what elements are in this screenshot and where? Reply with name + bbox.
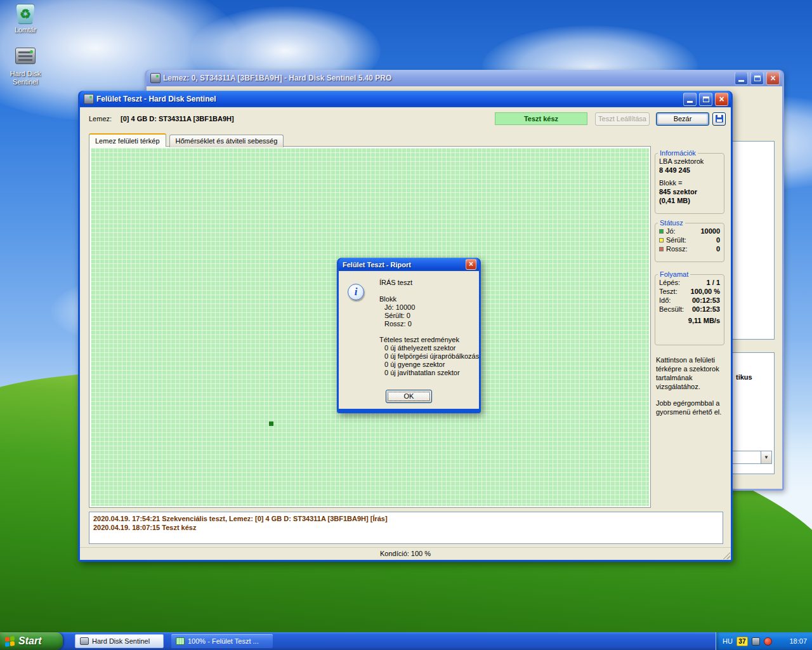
test-label: Teszt: <box>659 288 691 295</box>
good-label: Jó: <box>666 227 700 235</box>
bad-color-swatch <box>659 247 664 251</box>
app-icon <box>150 73 160 83</box>
estimate-value: 00:12:53 <box>692 305 720 313</box>
taskbar-item-label: 100% - Felület Teszt ... <box>188 637 259 645</box>
status-group-title: Státusz <box>658 219 685 227</box>
report-result-row: 0 új áthelyezett szektor <box>384 344 456 352</box>
damaged-label: Sérült: <box>666 236 716 244</box>
recycle-bin-icon: ♻ <box>16 4 35 24</box>
condition-status: Kondíció: 100 % <box>380 550 431 557</box>
progress-group: Folyamat Lépés: 1 / 1 Teszt: 100,00 % Id… <box>655 270 724 345</box>
report-result-row: 0 új gyenge szektor <box>384 361 445 368</box>
tab-surface-map[interactable]: Lemez felületi térkép <box>89 133 166 147</box>
block-sectors: 845 szektor <box>655 187 724 196</box>
stop-test-button[interactable]: Teszt Leállítása <box>595 112 650 126</box>
close-button[interactable]: × <box>766 72 780 85</box>
good-value: 10000 <box>700 227 720 235</box>
hint-right-click: Jobb egérgombbal a gyorsmenü érhető el. <box>656 399 724 416</box>
titlebar-hdsentinel-main[interactable]: Lemez: 0, ST34311A [3BF1BA9H] - Hard Dis… <box>147 70 782 86</box>
damaged-color-swatch <box>659 238 664 242</box>
close-button[interactable]: × <box>715 93 728 106</box>
desktop-icon-recycle-bin[interactable]: ♻ Lomtár <box>5 4 46 34</box>
alert-tray-icon[interactable] <box>764 637 772 646</box>
maximize-button[interactable] <box>750 72 764 85</box>
titlebar-surface-test[interactable]: Felület Teszt - Hard Disk Sentinel × <box>80 91 731 107</box>
disk-label: Lemez: <box>89 115 112 123</box>
report-result-row: 0 új javíthatatlan szektor <box>384 369 460 376</box>
report-good: Jó: 10000 <box>384 303 415 311</box>
ok-button[interactable]: OK <box>386 390 432 403</box>
close-icon[interactable]: × <box>466 259 476 270</box>
speed-value: 9,11 MB/s <box>688 317 720 324</box>
resize-grip[interactable] <box>722 551 730 559</box>
damaged-value: 0 <box>716 236 720 244</box>
truncated-text: tikus <box>736 373 752 381</box>
test-value: 100,00 % <box>691 288 720 295</box>
test-status-box: Teszt kész <box>495 112 587 125</box>
taskbar-item-surface-test[interactable]: 100% - Felület Teszt ... <box>171 634 273 648</box>
language-indicator[interactable]: HU <box>723 637 733 645</box>
dialog-surface-test-report: Felület Teszt - Riport × i ÍRÁS teszt Bl… <box>337 258 481 413</box>
taskbar-clock: 18:07 <box>789 637 807 645</box>
floppy-disk-icon <box>716 115 723 123</box>
block-size: (0,41 MB) <box>655 196 724 205</box>
report-damaged: Sérült: 0 <box>384 312 410 319</box>
tab-temperature-speed[interactable]: Hőmérséklet és átviteli sebesség <box>169 135 284 147</box>
window-statusbar: Kondíció: 100 % <box>80 547 731 560</box>
report-dialog-body: i ÍRÁS teszt Blokk Jó: 10000 Sérült: 0 R… <box>339 271 479 409</box>
bad-label: Rossz: <box>666 245 716 253</box>
disk-value: [0] 4 GB D: ST34311A [3BF1BA9H] <box>121 115 234 123</box>
hard-disk-icon <box>80 637 89 645</box>
start-label: Start <box>18 635 41 647</box>
close-test-button[interactable]: Bezár <box>656 112 709 126</box>
progress-group-title: Folyamat <box>658 270 690 278</box>
taskbar: Start Hard Disk Sentinel 100% - Felület … <box>0 632 812 650</box>
bad-value: 0 <box>716 245 720 253</box>
report-test-type: ÍRÁS teszt <box>379 279 412 286</box>
time-value: 00:12:53 <box>692 296 720 304</box>
dialog-title: Felület Teszt - Riport <box>343 261 463 269</box>
start-button[interactable]: Start <box>0 632 63 650</box>
taskbar-item-hdsentinel[interactable]: Hard Disk Sentinel <box>75 634 164 648</box>
lba-value: 8 449 245 <box>655 166 724 175</box>
step-value: 1 / 1 <box>707 279 720 286</box>
window-title: Felület Teszt - Hard Disk Sentinel <box>96 95 681 103</box>
surface-map-icon <box>176 637 185 645</box>
desktop-icon-hdsentinel[interactable]: Hard Disk Sentinel <box>5 46 46 86</box>
minimize-button[interactable] <box>683 93 697 106</box>
tested-block-marker[interactable] <box>269 421 273 426</box>
app-icon <box>84 94 94 104</box>
minimize-button[interactable] <box>735 72 748 85</box>
report-result-row: 0 új felpörgési újrapróbálkozás <box>384 352 479 360</box>
titlebar-report-dialog[interactable]: Felület Teszt - Riport × <box>339 258 479 271</box>
report-results-header: Tételes teszt eredmények <box>379 336 459 343</box>
system-tray: HU 37 18:07 <box>716 632 812 650</box>
tab-strip: Lemez felületi térkép Hőmérséklet és átv… <box>89 134 285 147</box>
time-label: Idő: <box>659 296 692 304</box>
save-report-button[interactable] <box>712 112 726 126</box>
estimate-label: Becsült: <box>659 305 692 313</box>
taskbar-item-label: Hard Disk Sentinel <box>92 637 150 645</box>
windows-flag-icon <box>5 635 15 646</box>
lba-label: LBA szektorok <box>655 157 724 166</box>
status-group: Státusz Jó: 10000 Sérült: 0 Rossz: 0 <box>655 219 724 262</box>
desktop-icon-label: Hard Disk Sentinel <box>5 70 46 86</box>
block-label: Blokk = <box>655 178 724 187</box>
log-line: 2020.04.19. 18:07:15 Teszt kész <box>93 523 719 532</box>
disk-tray-icon[interactable] <box>752 637 760 646</box>
step-label: Lépés: <box>659 279 707 286</box>
desktop-icon-label: Lomtár <box>5 26 46 34</box>
hard-disk-icon <box>15 48 36 64</box>
good-color-swatch <box>659 229 664 234</box>
hint-click-map: Kattintson a felületi térképre a szektor… <box>656 355 724 391</box>
information-icon: i <box>348 284 364 300</box>
chevron-down-icon[interactable]: ▼ <box>761 451 771 463</box>
report-block-header: Blokk <box>379 295 396 303</box>
temperature-tray-icon[interactable]: 37 <box>737 637 748 646</box>
test-log[interactable]: 2020.04.19. 17:54:21 Szekvenciális teszt… <box>89 512 723 544</box>
info-group: Információk LBA szektorok 8 449 245 Blok… <box>655 149 724 214</box>
maximize-button[interactable] <box>699 93 712 106</box>
log-line: 2020.04.19. 17:54:21 Szekvenciális teszt… <box>93 514 719 523</box>
window-title: Lemez: 0, ST34311A [3BF1BA9H] - Hard Dis… <box>163 74 732 83</box>
info-group-title: Információk <box>658 149 698 157</box>
